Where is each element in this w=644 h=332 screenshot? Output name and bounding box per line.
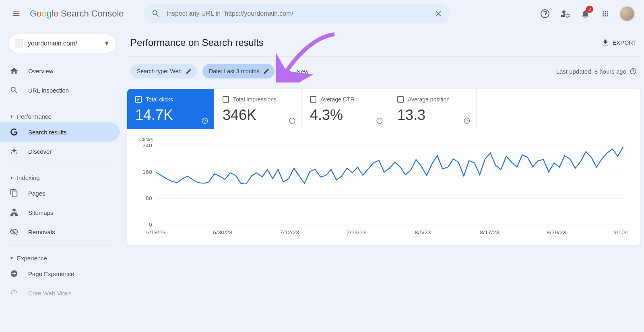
metric-label: Total clicks xyxy=(146,96,173,103)
svg-text:?: ? xyxy=(291,119,293,123)
metric-total-clicks[interactable]: Total clicks 14.7K ? xyxy=(127,89,215,129)
sidebar-section-performance[interactable]: ▼ Performance xyxy=(0,108,125,122)
sidebar-item-sitemaps[interactable]: Sitemaps xyxy=(0,203,120,222)
account-avatar[interactable] xyxy=(620,6,634,21)
sidebar-item-search-results[interactable]: Search results xyxy=(0,122,120,142)
help-button[interactable] xyxy=(539,8,551,19)
sidebar: yourdomain.com/ ▼ Overview URL inspectio… xyxy=(0,27,125,332)
collapse-icon: ▼ xyxy=(10,114,14,119)
metric-total-impressions[interactable]: Total impressions 346K ? xyxy=(215,89,302,129)
add-filter-button[interactable]: New xyxy=(280,67,312,75)
svg-text:?: ? xyxy=(204,119,206,123)
svg-text:7/12/23: 7/12/23 xyxy=(280,230,299,235)
discover-icon xyxy=(10,147,19,156)
divider xyxy=(10,104,115,104)
svg-text:?: ? xyxy=(466,119,468,123)
sidebar-item-core-web-vitals[interactable]: Core Web Vitals xyxy=(0,283,120,303)
sidebar-section-experience[interactable]: ▼ Experience xyxy=(0,250,125,264)
svg-text:7/24/23: 7/24/23 xyxy=(347,230,366,235)
collapse-icon: ▼ xyxy=(10,175,14,180)
main-content: Performance on Search results EXPORT Sea… xyxy=(125,27,644,332)
svg-text:80: 80 xyxy=(146,196,152,201)
section-label: Indexing xyxy=(17,174,40,181)
help-icon[interactable]: ? xyxy=(463,117,471,124)
edit-icon xyxy=(263,68,270,74)
chip-label: Date: Last 3 months xyxy=(209,68,259,74)
user-settings-icon xyxy=(560,9,570,19)
filter-date[interactable]: Date: Last 3 months xyxy=(202,64,275,78)
sidebar-item-label: Page Experience xyxy=(28,270,74,277)
metric-value: 14.7K xyxy=(135,107,206,124)
app-title: Search Console xyxy=(61,8,124,19)
property-selector[interactable]: yourdomain.com/ ▼ xyxy=(8,34,117,53)
svg-text:9/10/23: 9/10/23 xyxy=(613,230,628,235)
property-label: yourdomain.com/ xyxy=(28,40,77,47)
apps-grid-icon xyxy=(601,10,609,18)
edit-icon xyxy=(186,68,192,74)
google-g-icon xyxy=(10,128,19,136)
property-favicon xyxy=(15,39,23,47)
sidebar-item-removals[interactable]: Removals xyxy=(0,222,120,241)
search-input[interactable] xyxy=(167,10,427,17)
svg-text:6/18/23: 6/18/23 xyxy=(146,230,165,235)
export-label: EXPORT xyxy=(613,39,637,46)
speedometer-icon xyxy=(10,289,19,297)
help-icon[interactable] xyxy=(630,68,637,75)
sidebar-section-indexing[interactable]: ▼ Indexing xyxy=(0,169,125,184)
sidebar-item-page-experience[interactable]: Page Experience xyxy=(0,264,120,283)
checkbox-icon xyxy=(310,96,316,103)
help-icon[interactable]: ? xyxy=(289,117,296,124)
sidebar-item-label: Pages xyxy=(28,190,45,197)
divider xyxy=(10,165,115,165)
clear-icon[interactable] xyxy=(434,9,443,18)
filter-search-type[interactable]: Search type: Web xyxy=(130,64,197,78)
svg-text:8/17/23: 8/17/23 xyxy=(480,230,499,235)
new-label: New xyxy=(296,68,308,75)
chart-y-title: Clicks xyxy=(139,136,628,142)
section-label: Performance xyxy=(17,113,52,120)
help-icon[interactable]: ? xyxy=(201,117,208,124)
svg-text:240: 240 xyxy=(142,144,152,148)
last-updated: Last updated: 8 hours ago xyxy=(556,68,637,75)
search-icon xyxy=(151,9,160,18)
sidebar-item-label: Core Web Vitals xyxy=(28,290,72,297)
apps-button[interactable] xyxy=(600,8,611,19)
svg-text:?: ? xyxy=(378,119,380,123)
hamburger-menu[interactable] xyxy=(6,4,26,23)
last-updated-text: Last updated: 8 hours ago xyxy=(556,68,626,75)
manage-users-button[interactable] xyxy=(559,8,571,19)
export-button[interactable]: EXPORT xyxy=(601,39,637,47)
sidebar-item-label: Removals xyxy=(28,229,55,235)
metric-value: 13.3 xyxy=(397,107,468,124)
sidebar-item-label: Sitemaps xyxy=(28,209,54,216)
pages-icon xyxy=(10,189,19,198)
sidebar-item-label: Search results xyxy=(28,129,67,136)
collapse-icon: ▼ xyxy=(10,256,14,260)
sitemap-icon xyxy=(10,208,19,217)
svg-text:160: 160 xyxy=(142,169,152,175)
sidebar-item-url-inspection[interactable]: URL inspection xyxy=(0,80,120,100)
visibility-off-icon xyxy=(10,227,19,236)
menu-icon xyxy=(12,9,21,18)
help-icon[interactable]: ? xyxy=(376,117,383,124)
metric-avg-position[interactable]: Average position 13.3 ? xyxy=(389,89,477,129)
metric-value: 346K xyxy=(223,107,293,124)
svg-text:8/29/23: 8/29/23 xyxy=(547,230,566,235)
metric-avg-ctr[interactable]: Average CTR 4.3% ? xyxy=(302,89,389,129)
chevron-down-icon: ▼ xyxy=(103,40,110,47)
notification-badge: 2 xyxy=(586,6,593,13)
svg-text:6/30/23: 6/30/23 xyxy=(213,230,232,235)
checkbox-icon xyxy=(223,96,229,103)
checkbox-icon xyxy=(397,96,404,103)
home-icon xyxy=(10,66,19,75)
google-logo: Google xyxy=(30,8,58,19)
sidebar-item-pages[interactable]: Pages xyxy=(0,184,120,203)
sidebar-item-discover[interactable]: Discover xyxy=(0,142,120,161)
svg-text:8/5/23: 8/5/23 xyxy=(415,230,431,235)
app-logo: Google Search Console xyxy=(30,8,124,19)
url-search-bar[interactable] xyxy=(144,4,450,23)
clicks-line-chart: 0801602406/18/236/30/237/12/237/24/238/5… xyxy=(134,144,628,237)
notifications-button[interactable]: 2 xyxy=(580,8,591,19)
sidebar-item-overview[interactable]: Overview xyxy=(0,61,120,80)
sidebar-item-label: Discover xyxy=(28,148,52,155)
